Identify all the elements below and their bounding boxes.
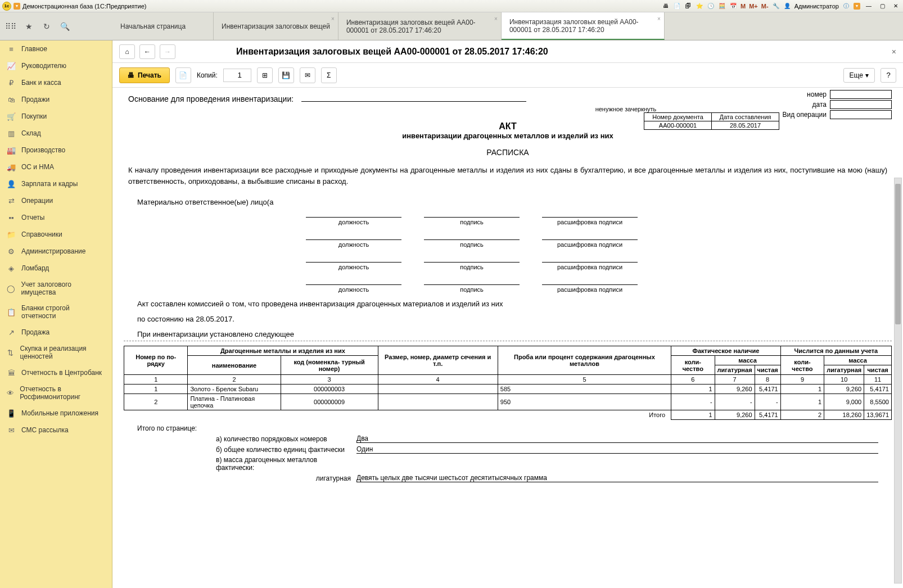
- preview-button[interactable]: 📄: [175, 67, 191, 83]
- history-tab-icon[interactable]: ↻: [42, 21, 52, 31]
- sidebar-item-mobile[interactable]: 📱Мобильные приложения: [0, 405, 112, 422]
- sidebar-item-reports[interactable]: ▪▪Отчеты: [0, 209, 112, 226]
- menu-icon: ≡: [7, 44, 16, 53]
- info-icon[interactable]: ⓘ: [842, 2, 850, 10]
- favorite-icon[interactable]: ⭐: [696, 2, 703, 10]
- meta-block: номер дата Вид операции: [782, 90, 892, 120]
- sidebar-item-manager[interactable]: 📈Руководителю: [0, 57, 112, 74]
- copies-label: Копий:: [197, 71, 218, 79]
- sidebar-item-pledge[interactable]: ◯Учет залогового имущества: [0, 277, 112, 300]
- printer-icon: 🖶: [128, 71, 134, 79]
- memory-m-plus[interactable]: M+: [749, 3, 758, 10]
- close-window-button[interactable]: ✕: [891, 2, 901, 10]
- truck-icon: 🚚: [7, 162, 16, 171]
- sidebar-item-sale[interactable]: ↗Продажа: [0, 324, 112, 341]
- tab-home[interactable]: Начальная страница: [112, 12, 214, 40]
- more-button[interactable]: Еще▾: [843, 68, 875, 83]
- content-close-button[interactable]: ×: [892, 47, 896, 56]
- tab-close-icon[interactable]: ×: [657, 16, 661, 22]
- akt-block: Номер документаДата составления АА00-000…: [124, 121, 892, 140]
- sidebar-item-buying[interactable]: ⇅Скупка и реализация ценностей: [0, 341, 112, 364]
- page-title: Инвентаризация залоговых вещей АА00-0000…: [236, 47, 548, 57]
- basis-line: Основание для проведения инвентаризации:: [128, 94, 892, 103]
- sidebar-item-rfm[interactable]: 👁Отчетность в Росфинмониторинг: [0, 381, 112, 405]
- diamond-icon: ◈: [7, 264, 16, 273]
- tab-inventory-list[interactable]: Инвентаризация залоговых вещей×: [214, 12, 338, 40]
- sidebar-item-admin[interactable]: ⚙Администрирование: [0, 243, 112, 260]
- ring-icon: ◯: [7, 284, 15, 293]
- maximize-button[interactable]: ▢: [877, 2, 887, 10]
- sum-button[interactable]: Σ: [321, 67, 337, 83]
- sidebar-item-references[interactable]: 📁Справочники: [0, 226, 112, 243]
- responsible-block: Материально ответственное(ые) лицо(а дол…: [137, 198, 887, 293]
- save-doc-button[interactable]: 💾: [278, 67, 294, 83]
- sidebar-item-purchases[interactable]: 🛒Покупки: [0, 108, 112, 125]
- scrollbar-thumb[interactable]: [895, 184, 901, 324]
- dashed-separator: [124, 341, 892, 341]
- calc-icon[interactable]: 🧮: [718, 2, 726, 10]
- chart-icon: 📈: [7, 61, 16, 70]
- home-button[interactable]: ⌂: [119, 44, 135, 59]
- sidebar-item-sales[interactable]: 🛍Продажи: [0, 91, 112, 108]
- tab-inventory-doc-2[interactable]: Инвентаризация залоговых вещей АА00-0000…: [502, 12, 665, 40]
- user-label[interactable]: Администратор: [794, 3, 839, 10]
- tab-close-icon[interactable]: ×: [331, 16, 335, 22]
- user-icon: 👤: [783, 2, 791, 10]
- copies-input[interactable]: [223, 69, 251, 82]
- print-icon[interactable]: 🖶: [662, 2, 670, 10]
- app-title: Демонстрационная база (1С:Предприятие): [22, 3, 146, 10]
- save-file-icon[interactable]: 📄: [673, 2, 681, 10]
- minimize-button[interactable]: —: [864, 2, 874, 10]
- tab-inventory-doc-1[interactable]: Инвентаризация залоговых вещей АА00-0000…: [338, 12, 502, 40]
- info-dropdown[interactable]: ▼: [854, 3, 860, 10]
- tab-close-icon[interactable]: ×: [494, 16, 498, 22]
- help-button[interactable]: ?: [881, 68, 896, 83]
- eye-icon: 👁: [7, 388, 14, 397]
- sidebar-item-production[interactable]: 🏭Производство: [0, 142, 112, 159]
- sidebar-item-sms[interactable]: ✉СМС рассылка: [0, 422, 112, 438]
- mail-button[interactable]: ✉: [300, 67, 315, 83]
- gear-icon: ⚙: [7, 247, 16, 256]
- sidebar-item-assets[interactable]: 🚚ОС и НМА: [0, 159, 112, 175]
- sidebar-item-hr[interactable]: 👤Зарплата и кадры: [0, 175, 112, 192]
- body-paragraph: К началу проведения инвентаризации все р…: [128, 165, 887, 187]
- ops-icon: ⇄: [7, 196, 16, 205]
- search-icon[interactable]: 🔍: [60, 21, 70, 31]
- compare-icon[interactable]: 🗐: [684, 2, 692, 10]
- exchange-icon: ⇅: [7, 348, 15, 357]
- sidebar-item-warehouse[interactable]: ▥Склад: [0, 125, 112, 142]
- caption-line-2: по состоянию на 28.05.2017.: [137, 315, 887, 323]
- bag-icon: 🛍: [7, 95, 16, 104]
- scrollbar-vertical[interactable]: [894, 178, 902, 584]
- app-logo-icon: 1c: [2, 2, 11, 11]
- cart-icon: 🛒: [7, 112, 16, 121]
- apps-grid-icon[interactable]: ⠿⠿: [6, 21, 16, 31]
- document-area[interactable]: номер дата Вид операции Основание для пр…: [112, 88, 903, 588]
- settings-button[interactable]: ⊞: [257, 67, 273, 83]
- sidebar-item-forms[interactable]: 📋Бланки строгой отчетности: [0, 300, 112, 324]
- memory-m-minus[interactable]: M-: [761, 3, 769, 10]
- print-button[interactable]: 🖶Печать: [119, 67, 170, 83]
- sidebar-item-main[interactable]: ≡Главное: [0, 40, 112, 57]
- tabbar: ⠿⠿ ★ ↻ 🔍 Начальная страница Инвентаризац…: [0, 12, 903, 40]
- caption-line-3: При инвентаризации установлено следующее: [137, 330, 887, 338]
- ruble-icon: ₽: [7, 78, 16, 87]
- table-row: 2Платина - Платиновая цепочка00000000995…: [124, 394, 892, 410]
- history-icon[interactable]: 🕓: [707, 2, 715, 10]
- sidebar-item-operations[interactable]: ⇄Операции: [0, 192, 112, 209]
- caption-line-1: Акт составлен комиссией о том, что прове…: [137, 300, 887, 308]
- sidebar-item-pawnshop[interactable]: ◈Ломбард: [0, 260, 112, 277]
- back-button[interactable]: ←: [139, 44, 155, 59]
- sms-icon: ✉: [7, 426, 16, 435]
- app-menu-dropdown[interactable]: ▼: [13, 3, 20, 10]
- person-icon: 👤: [7, 179, 16, 188]
- star-icon[interactable]: ★: [24, 21, 34, 31]
- inventory-table: Номер по по- рядку Драгоценные металлы и…: [124, 346, 892, 420]
- calendar-icon[interactable]: 📅: [729, 2, 737, 10]
- forward-button[interactable]: →: [160, 44, 175, 59]
- sidebar-item-cbr[interactable]: 🏛Отчетность в Центробанк: [0, 364, 112, 381]
- page-total-block: Итого по странице: а) количество порядко…: [137, 424, 878, 482]
- sidebar-item-bank[interactable]: ₽Банк и касса: [0, 74, 112, 91]
- memory-m[interactable]: M: [741, 3, 746, 10]
- tools-icon[interactable]: 🔧: [772, 2, 780, 10]
